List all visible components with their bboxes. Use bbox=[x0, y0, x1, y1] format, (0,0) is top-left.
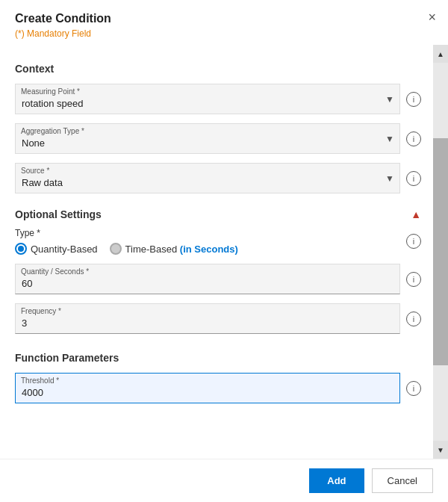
frequency-info-icon[interactable]: i bbox=[406, 312, 421, 326]
scroll-down-button[interactable]: ▼ bbox=[433, 441, 448, 459]
time-based-option[interactable]: Time-Based (in Seconds) bbox=[110, 243, 238, 255]
scroll-area: ▲ ▼ Context Measuring Point * rotation s… bbox=[0, 45, 448, 459]
threshold-info-icon[interactable]: i bbox=[406, 381, 421, 396]
measuring-point-info-icon[interactable]: i bbox=[406, 92, 421, 107]
function-parameters-section: Function Parameters Threshold * i bbox=[15, 352, 421, 403]
quantity-based-option[interactable]: Quantity-Based bbox=[15, 243, 98, 255]
close-button[interactable]: × bbox=[428, 10, 436, 24]
quantity-seconds-input[interactable] bbox=[15, 264, 400, 294]
scroll-up-button[interactable]: ▲ bbox=[433, 45, 448, 63]
threshold-wrapper: Threshold * bbox=[15, 373, 400, 403]
quantity-based-label: Quantity-Based bbox=[31, 244, 98, 255]
source-row: Source * Raw data ▼ i bbox=[15, 163, 421, 193]
quantity-based-radio-icon bbox=[15, 243, 27, 255]
aggregation-type-select[interactable]: None bbox=[15, 123, 400, 154]
dialog-header: Create Condition (*) Mandatory Field × bbox=[0, 0, 448, 45]
source-info-icon[interactable]: i bbox=[406, 171, 421, 186]
type-section: Type * Quantity-Based Time- bbox=[15, 228, 421, 255]
dialog-title: Create Condition bbox=[15, 12, 433, 25]
create-condition-dialog: Create Condition (*) Mandatory Field × ▲… bbox=[0, 0, 448, 502]
source-wrapper: Source * Raw data ▼ bbox=[15, 163, 400, 193]
add-button[interactable]: Add bbox=[309, 468, 364, 493]
time-based-label: Time-Based (in Seconds) bbox=[125, 244, 238, 255]
function-parameters-title: Function Parameters bbox=[15, 352, 421, 364]
cancel-button[interactable]: Cancel bbox=[372, 468, 433, 493]
frequency-input[interactable] bbox=[15, 303, 400, 334]
optional-settings-title: Optional Settings bbox=[15, 208, 102, 220]
frequency-row: Frequency * i bbox=[15, 303, 421, 334]
aggregation-type-info-icon[interactable]: i bbox=[406, 131, 421, 146]
type-label: Type * bbox=[15, 228, 400, 238]
quantity-seconds-info-icon[interactable]: i bbox=[406, 272, 421, 287]
aggregation-type-row: Aggregation Type * None ▼ i bbox=[15, 123, 421, 154]
source-select[interactable]: Raw data bbox=[15, 163, 400, 193]
optional-settings-collapse-button[interactable]: ▲ bbox=[411, 208, 421, 220]
time-based-radio-icon bbox=[110, 243, 122, 255]
scroll-thumb bbox=[433, 138, 448, 365]
threshold-row: Threshold * i bbox=[15, 373, 421, 403]
type-row: Type * Quantity-Based Time- bbox=[15, 228, 421, 255]
mandatory-field-label: (*) Mandatory Field bbox=[15, 28, 433, 39]
measuring-point-wrapper: Measuring Point * rotation speed ▼ bbox=[15, 84, 400, 114]
threshold-input[interactable] bbox=[15, 373, 400, 403]
optional-settings-header: Optional Settings ▲ bbox=[15, 208, 421, 220]
frequency-wrapper: Frequency * bbox=[15, 303, 400, 334]
scroll-track bbox=[433, 63, 448, 441]
quantity-seconds-wrapper: Quantity / Seconds * bbox=[15, 264, 400, 294]
in-seconds-label: (in Seconds) bbox=[180, 244, 238, 255]
quantity-seconds-row: Quantity / Seconds * i bbox=[15, 264, 421, 294]
scroll-content: Context Measuring Point * rotation speed… bbox=[0, 45, 448, 418]
measuring-point-row: Measuring Point * rotation speed ▼ i bbox=[15, 84, 421, 114]
type-info-icon[interactable]: i bbox=[406, 234, 421, 249]
context-section-title: Context bbox=[15, 63, 421, 75]
dialog-footer: Add Cancel bbox=[0, 459, 448, 502]
aggregation-type-wrapper: Aggregation Type * None ▼ bbox=[15, 123, 400, 154]
measuring-point-select[interactable]: rotation speed bbox=[15, 84, 400, 114]
radio-group: Quantity-Based Time-Based (in Seconds) bbox=[15, 243, 400, 255]
type-content: Type * Quantity-Based Time- bbox=[15, 228, 400, 255]
